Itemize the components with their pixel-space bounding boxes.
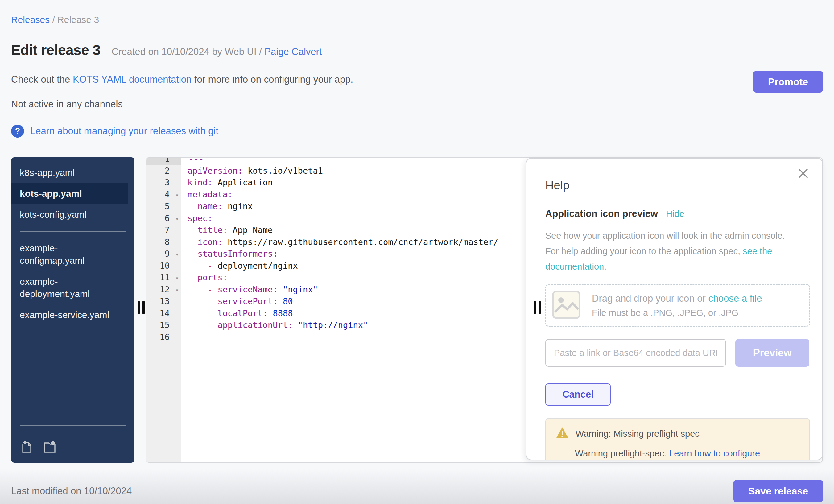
code-text [181, 331, 188, 343]
line-number: 9▾ [146, 248, 181, 260]
text-cursor [188, 157, 189, 164]
file-item-example-deployment.yaml[interactable]: example-deployment.yaml [11, 271, 134, 304]
code-text: localPort: 8888 [181, 308, 293, 320]
icon-dropzone[interactable]: Drag and drop your icon or choose a file… [545, 284, 810, 327]
info-row: Check out the KOTS YAML documentation fo… [11, 73, 823, 92]
learn-configure-link[interactable]: Learn how to configure [669, 448, 760, 458]
description-suffix: . [604, 262, 607, 271]
line-number: 3 [146, 177, 181, 189]
line-number: 14 [146, 308, 181, 320]
fold-arrow-icon[interactable]: ▾ [175, 284, 179, 296]
release-editor-page: Releases / Release 3 Edit release 3 Crea… [0, 0, 834, 504]
warning-detail-text: Warning preflight-spec. [575, 448, 669, 458]
help-panel-resize-handle[interactable] [533, 301, 541, 314]
fold-arrow-icon[interactable]: ▾ [175, 213, 179, 225]
fold-arrow-icon[interactable]: ▾ [175, 248, 179, 260]
file-group-divider [20, 231, 126, 232]
breadcrumb-current: Release 3 [57, 15, 99, 25]
code-text: name: nginx [181, 200, 253, 213]
release-workspace: k8s-app.yamlkots-app.yamlkots-config.yam… [11, 157, 823, 463]
preview-button[interactable]: Preview [735, 339, 809, 367]
help-panel-title: Help [545, 179, 810, 192]
code-text: icon: https://raw.githubusercontent.com/… [181, 236, 499, 248]
code-text: applicationUrl: "http://nginx" [181, 319, 368, 331]
promote-button[interactable]: Promote [753, 71, 823, 92]
file-item-k8s-app.yaml[interactable]: k8s-app.yaml [11, 162, 134, 183]
channel-status: Not active in any channels [11, 99, 823, 110]
new-folder-icon[interactable] [43, 439, 57, 455]
code-text: - deployment/nginx [181, 260, 298, 272]
code-text: spec: [181, 213, 213, 224]
cancel-button[interactable]: Cancel [545, 384, 611, 406]
created-meta: Created on 10/10/2024 by Web UI / Paige … [112, 46, 322, 57]
code-text: statusInformers: [181, 248, 278, 260]
kots-yaml-docs-link[interactable]: KOTS YAML documentation [73, 74, 192, 85]
git-help-link[interactable]: ? Learn about managing your releases wit… [11, 125, 823, 137]
icon-preview-section-title: Application icon preview [545, 208, 658, 219]
file-item-kots-app.yaml[interactable]: kots-app.yaml [11, 183, 128, 204]
last-modified-text: Last modified on 10/10/2024 [11, 485, 132, 497]
sidebar-divider [20, 425, 126, 426]
save-release-button[interactable]: Save release [733, 480, 823, 502]
code-text: kind: Application [181, 177, 273, 189]
file-item-kots-config.yaml[interactable]: kots-config.yaml [11, 204, 134, 225]
new-file-icon[interactable] [20, 439, 34, 455]
image-placeholder-icon [552, 290, 581, 321]
line-number: 10 [146, 260, 181, 272]
fold-arrow-icon[interactable]: ▾ [175, 189, 179, 201]
warning-triangle-icon [556, 426, 569, 441]
line-number: 7 [146, 224, 181, 236]
code-text: title: App Name [181, 224, 273, 236]
docs-text-after: for more info on configuring your app. [192, 74, 353, 85]
page-title: Edit release 3 [11, 41, 101, 59]
code-text: --- [181, 157, 204, 165]
code-text: metadata: [181, 189, 233, 201]
dropzone-text: Drag and drop your icon or [592, 293, 708, 304]
line-number: 13 [146, 295, 181, 308]
code-text: - serviceName: "nginx" [181, 284, 318, 296]
file-list: k8s-app.yamlkots-app.yamlkots-config.yam… [11, 162, 134, 325]
file-item-example-configmap.yaml[interactable]: example-configmap.yaml [11, 238, 134, 271]
created-by-link[interactable]: Paige Calvert [264, 46, 322, 57]
header: Edit release 3 Created on 10/10/2024 by … [11, 41, 823, 59]
git-help-label: Learn about managing your releases with … [30, 126, 218, 137]
line-number: 12▾ [146, 284, 181, 296]
choose-file-link[interactable]: choose a file [708, 293, 762, 304]
code-text: ports: [181, 272, 227, 284]
warning-detail: Warning preflight-spec. Learn how to con… [575, 448, 799, 459]
file-sidebar: k8s-app.yamlkots-app.yamlkots-config.yam… [11, 157, 134, 463]
line-number: 4▾ [146, 189, 181, 201]
question-mark-icon: ? [11, 125, 24, 137]
line-number: 1 [146, 157, 181, 165]
hide-link[interactable]: Hide [666, 209, 684, 219]
code-text: servicePort: 80 [181, 295, 293, 308]
preflight-warning: Warning: Missing preflight spec Warning … [545, 418, 810, 460]
docs-text-before: Check out the [11, 74, 73, 85]
sidebar-resize-handle[interactable] [137, 301, 145, 314]
dropzone-instruction: Drag and drop your icon or choose a file [592, 293, 762, 304]
line-number: 2 [146, 165, 181, 177]
breadcrumb-separator: / [52, 15, 54, 25]
close-icon[interactable] [797, 168, 809, 180]
line-number: 16 [146, 331, 181, 343]
docs-info-text: Check out the KOTS YAML documentation fo… [11, 73, 353, 86]
fold-arrow-icon[interactable]: ▾ [175, 272, 179, 284]
line-number: 6▾ [146, 213, 181, 224]
warning-title: Warning: Missing preflight spec [575, 429, 700, 439]
breadcrumb: Releases / Release 3 [11, 14, 823, 26]
help-panel: Help Application icon preview Hide See h… [526, 158, 823, 460]
line-number: 8 [146, 236, 181, 248]
file-item-example-service.yaml[interactable]: example-service.yaml [11, 304, 134, 325]
created-text: Created on 10/10/2024 by Web UI / [112, 46, 262, 57]
icon-url-input[interactable] [545, 339, 726, 367]
line-number: 5 [146, 200, 181, 213]
icon-preview-description: See how your application icon will look … [545, 228, 792, 274]
breadcrumb-releases-link[interactable]: Releases [11, 15, 50, 25]
footer: Last modified on 10/10/2024 Save release [11, 480, 823, 502]
line-number: 15 [146, 319, 181, 331]
sidebar-bottom [11, 419, 134, 455]
line-number: 11▾ [146, 272, 181, 284]
dropzone-filetypes: File must be a .PNG, .JPEG, or .JPG [592, 308, 762, 318]
code-text: apiVersion: kots.io/v1beta1 [181, 165, 323, 177]
